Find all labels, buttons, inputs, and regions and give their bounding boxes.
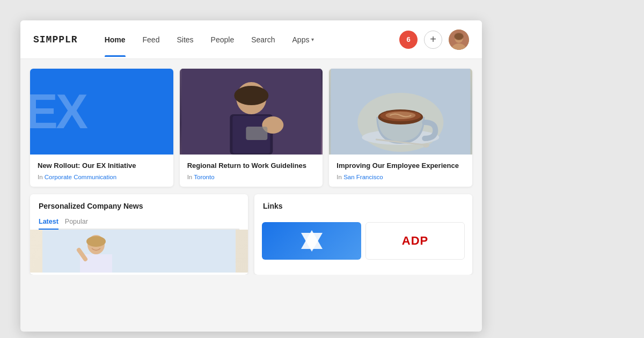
blue-arrow-svg bbox=[298, 227, 325, 254]
return-card-title: Regional Return to Work Guidelines bbox=[187, 161, 316, 171]
return-meta-prefix: In bbox=[187, 174, 193, 180]
svg-rect-11 bbox=[246, 127, 267, 140]
coffee-category-link[interactable]: San Francisco bbox=[343, 174, 383, 180]
links-card: Links ADP bbox=[254, 194, 472, 275]
news-card-title: Personalized Company News bbox=[39, 202, 239, 210]
add-button[interactable]: + bbox=[424, 31, 442, 49]
cards-row: EX New Rollout: Our EX Initiative In Cor… bbox=[30, 69, 472, 187]
nav-item-search[interactable]: Search bbox=[244, 31, 282, 48]
ex-large-text: EX bbox=[30, 87, 86, 136]
news-card-header: Personalized Company News Latest Popular bbox=[30, 194, 248, 230]
nav-links: Home Feed Sites People Search Apps ▾ bbox=[97, 31, 399, 48]
coffee-card-body: Improving Our Employee Experience In San… bbox=[329, 155, 472, 187]
svg-rect-21 bbox=[42, 230, 236, 273]
nav-item-home[interactable]: Home bbox=[97, 31, 133, 48]
ex-card-title: New Rollout: Our EX Initiative bbox=[38, 161, 166, 171]
link-tile-blue[interactable] bbox=[262, 222, 361, 260]
links-card-title: Links bbox=[263, 202, 464, 210]
news-tabs: Latest Popular bbox=[39, 216, 239, 230]
svg-point-23 bbox=[86, 236, 106, 247]
coffee-card-image bbox=[329, 69, 472, 155]
ex-card-image: EX bbox=[30, 69, 173, 155]
tab-latest[interactable]: Latest bbox=[39, 216, 65, 229]
navbar: SIMPPLR Home Feed Sites People Search Ap… bbox=[20, 20, 482, 59]
nav-item-people[interactable]: People bbox=[203, 31, 242, 48]
nav-item-apps[interactable]: Apps ▾ bbox=[285, 31, 322, 48]
woman-svg bbox=[180, 69, 323, 155]
content-area: EX New Rollout: Our EX Initiative In Cor… bbox=[20, 59, 482, 275]
card-employee-experience[interactable]: Improving Our Employee Experience In San… bbox=[329, 69, 472, 187]
nav-actions: 6 + bbox=[399, 30, 469, 50]
bottom-row: Personalized Company News Latest Popular bbox=[30, 194, 472, 275]
link-tile-adp[interactable]: ADP bbox=[365, 222, 465, 260]
personalized-news-card: Personalized Company News Latest Popular bbox=[30, 194, 248, 275]
news-strip-svg bbox=[30, 230, 248, 273]
coffee-card-title: Improving Our Employee Experience bbox=[336, 161, 465, 171]
links-card-header: Links bbox=[254, 194, 472, 210]
links-grid: ADP bbox=[254, 216, 472, 266]
logo[interactable]: SIMPPLR bbox=[33, 34, 78, 45]
card-ex-initiative[interactable]: EX New Rollout: Our EX Initiative In Cor… bbox=[30, 69, 173, 187]
news-image-strip bbox=[30, 230, 248, 273]
avatar-image bbox=[449, 30, 469, 50]
ex-meta-prefix: In bbox=[38, 174, 43, 180]
return-card-body: Regional Return to Work Guidelines In To… bbox=[180, 155, 323, 187]
ex-card-body: New Rollout: Our EX Initiative In Corpor… bbox=[30, 155, 173, 187]
svg-point-7 bbox=[234, 86, 268, 105]
notification-badge[interactable]: 6 bbox=[399, 31, 418, 49]
avatar-svg bbox=[449, 30, 469, 50]
svg-point-3 bbox=[454, 33, 464, 40]
coffee-svg bbox=[329, 69, 472, 155]
card-regional-return[interactable]: Regional Return to Work Guidelines In To… bbox=[180, 69, 323, 187]
return-category-link[interactable]: Toronto bbox=[194, 174, 214, 180]
avatar[interactable] bbox=[449, 30, 469, 50]
return-card-meta: In Toronto bbox=[187, 174, 316, 180]
nav-item-sites[interactable]: Sites bbox=[169, 31, 201, 48]
tab-popular[interactable]: Popular bbox=[65, 216, 94, 229]
ex-category-link[interactable]: Corporate Communication bbox=[45, 174, 116, 180]
chevron-down-icon: ▾ bbox=[311, 36, 314, 42]
main-window: SIMPPLR Home Feed Sites People Search Ap… bbox=[20, 20, 482, 332]
ex-card-meta: In Corporate Communication bbox=[38, 174, 166, 180]
coffee-meta-prefix: In bbox=[336, 174, 342, 180]
woman-card-image bbox=[180, 69, 323, 155]
coffee-card-meta: In San Francisco bbox=[336, 174, 465, 180]
adp-logo-text: ADP bbox=[402, 234, 428, 248]
nav-item-feed[interactable]: Feed bbox=[135, 31, 167, 48]
